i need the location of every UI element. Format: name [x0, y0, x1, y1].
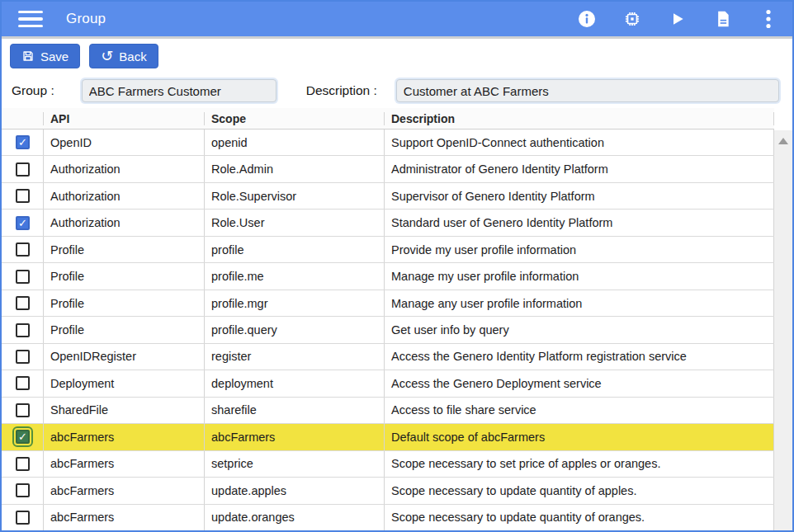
table-row[interactable]: abcFarmers setprice Scope necessary to s…: [2, 451, 774, 478]
scroll-up-arrow-icon[interactable]: [778, 138, 788, 144]
cell-scope[interactable]: Role.User: [204, 210, 384, 235]
table-row[interactable]: Profile profile Provide my user profile …: [2, 237, 774, 263]
header-api[interactable]: API: [43, 112, 204, 125]
cell-api[interactable]: Authorization: [43, 156, 204, 181]
play-icon[interactable]: [669, 10, 687, 28]
row-checkbox[interactable]: [16, 189, 30, 203]
cell-api[interactable]: Profile: [43, 263, 204, 289]
table-row[interactable]: Deployment deployment Access the Genero …: [2, 370, 774, 397]
cell-description[interactable]: Manage any user profile information: [384, 290, 774, 316]
table-row[interactable]: Authorization Role.Supervisor Supervisor…: [2, 183, 774, 210]
row-checkbox[interactable]: [16, 323, 30, 337]
row-checkbox[interactable]: [16, 242, 30, 257]
cell-description[interactable]: Default scope of abcFarmers: [384, 424, 774, 450]
table-row[interactable]: abcFarmers update.oranges Scope necessar…: [2, 505, 774, 530]
row-checkbox[interactable]: [16, 162, 30, 177]
row-checkbox-cell: [2, 317, 43, 342]
cell-description[interactable]: Standard user of Genero Identity Platfor…: [384, 210, 774, 235]
table-row[interactable]: abcFarmers abcFarmers Default scope of a…: [2, 424, 774, 450]
cell-description[interactable]: Supervisor of Genero Identity Platform: [384, 183, 774, 209]
cell-scope[interactable]: deployment: [204, 370, 384, 396]
cell-scope[interactable]: setprice: [204, 451, 384, 477]
row-checkbox[interactable]: [16, 457, 30, 471]
cell-description[interactable]: Scope necessary to set price of apples o…: [384, 451, 774, 477]
row-checkbox[interactable]: [16, 350, 30, 364]
row-checkbox-cell: [2, 129, 43, 155]
cell-api[interactable]: abcFarmers: [43, 424, 204, 450]
row-checkbox[interactable]: [16, 216, 30, 230]
cell-description[interactable]: Manage my user profile information: [384, 263, 774, 289]
cell-scope[interactable]: register: [204, 344, 384, 370]
table-row[interactable]: Authorization Role.Admin Administrator o…: [2, 156, 774, 182]
info-icon[interactable]: [578, 10, 596, 28]
cell-api[interactable]: Profile: [43, 290, 204, 316]
cell-description[interactable]: Scope necessary to update quantity of ap…: [384, 478, 774, 503]
cell-scope[interactable]: update.apples: [204, 478, 384, 503]
cell-description[interactable]: Support OpenID-Connect authentication: [384, 129, 774, 155]
row-checkbox[interactable]: [16, 511, 30, 525]
table-row[interactable]: OpenID openid Support OpenID-Connect aut…: [2, 129, 774, 156]
row-checkbox[interactable]: [16, 135, 30, 149]
chip-icon[interactable]: [623, 10, 641, 28]
cell-description[interactable]: Get user info by query: [384, 317, 774, 342]
hamburger-menu-icon[interactable]: [18, 11, 43, 27]
cell-description[interactable]: Access the Genero Deployment service: [384, 370, 774, 396]
row-checkbox-cell: [2, 237, 43, 262]
table-row[interactable]: Profile profile.query Get user info by q…: [2, 317, 774, 343]
row-checkbox-cell: [2, 344, 43, 370]
row-checkbox[interactable]: [16, 403, 30, 417]
cell-api[interactable]: Profile: [43, 317, 204, 342]
row-checkbox[interactable]: [16, 270, 30, 284]
cell-scope[interactable]: profile.query: [204, 317, 384, 342]
group-label: Group :: [12, 83, 54, 98]
table-row[interactable]: Authorization Role.User Standard user of…: [2, 210, 774, 236]
save-icon: [21, 49, 35, 63]
cell-scope[interactable]: profile.me: [204, 263, 384, 289]
cell-api[interactable]: abcFarmers: [43, 505, 204, 530]
row-checkbox[interactable]: [16, 296, 30, 310]
cell-api[interactable]: Profile: [43, 237, 204, 262]
cell-description[interactable]: Access the Genero Identity Platform regi…: [384, 344, 774, 370]
document-icon[interactable]: [714, 10, 732, 28]
cell-scope[interactable]: update.oranges: [204, 505, 384, 530]
cell-api[interactable]: Deployment: [43, 370, 204, 396]
cell-api[interactable]: OpenIDRegister: [43, 344, 204, 370]
cell-api[interactable]: abcFarmers: [43, 478, 204, 503]
header-description[interactable]: Description: [384, 112, 774, 125]
row-checkbox[interactable]: [16, 430, 30, 444]
cell-scope[interactable]: sharefile: [204, 398, 384, 423]
cell-scope[interactable]: profile: [204, 237, 384, 262]
cell-scope[interactable]: profile.mgr: [204, 290, 384, 316]
cell-description[interactable]: Access to file share service: [384, 398, 774, 423]
row-checkbox[interactable]: [16, 483, 30, 497]
save-button[interactable]: Save: [10, 44, 80, 68]
header-scope[interactable]: Scope: [204, 112, 384, 125]
cell-description[interactable]: Scope necessary to update quantity of or…: [384, 505, 774, 530]
cell-scope[interactable]: Role.Admin: [204, 156, 384, 181]
table-row[interactable]: Profile profile.mgr Manage any user prof…: [2, 290, 774, 317]
cell-scope[interactable]: abcFarmers: [204, 424, 384, 450]
table-row[interactable]: abcFarmers update.apples Scope necessary…: [2, 478, 774, 504]
row-checkbox-cell: [2, 451, 43, 477]
scope-table: API Scope Description OpenID openid Supp…: [2, 108, 792, 530]
cell-scope[interactable]: Role.Supervisor: [204, 183, 384, 209]
cell-description[interactable]: Provide my user profile information: [384, 237, 774, 262]
save-button-label: Save: [40, 49, 69, 64]
table-row[interactable]: OpenIDRegister register Access the Gener…: [2, 344, 774, 370]
scrollbar-track[interactable]: [774, 130, 792, 530]
cell-api[interactable]: abcFarmers: [43, 451, 204, 477]
row-checkbox[interactable]: [16, 376, 30, 390]
vertical-scrollbar[interactable]: [774, 108, 792, 530]
cell-scope[interactable]: openid: [204, 129, 384, 155]
cell-api[interactable]: Authorization: [43, 183, 204, 209]
cell-api[interactable]: SharedFile: [43, 398, 204, 423]
back-button[interactable]: ↺ Back: [89, 44, 158, 68]
table-row[interactable]: Profile profile.me Manage my user profil…: [2, 263, 774, 290]
table-row[interactable]: SharedFile sharefile Access to file shar…: [2, 398, 774, 424]
cell-api[interactable]: OpenID: [43, 129, 204, 155]
kebab-menu-icon[interactable]: [759, 10, 777, 28]
cell-api[interactable]: Authorization: [43, 210, 204, 235]
group-input[interactable]: [82, 79, 276, 102]
cell-description[interactable]: Administrator of Genero Identity Platfor…: [384, 156, 774, 181]
description-input[interactable]: [396, 79, 779, 102]
